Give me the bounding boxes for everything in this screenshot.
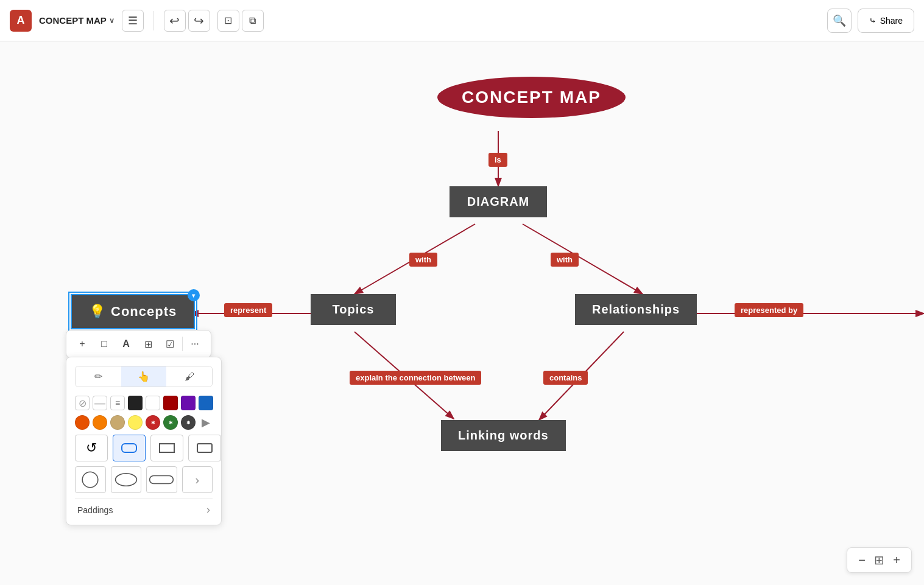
color-lines[interactable]: ≡ bbox=[110, 396, 125, 410]
search-icon: 🔍 bbox=[833, 14, 846, 27]
edge-label-with2: with bbox=[551, 253, 579, 267]
oval-more-button[interactable]: › bbox=[182, 466, 213, 493]
menu-button[interactable]: ☰ bbox=[122, 10, 144, 32]
check-button[interactable]: ☑ bbox=[160, 334, 180, 354]
concepts-node[interactable]: 💡 Concepts ▾ bbox=[71, 294, 195, 329]
svg-rect-11 bbox=[197, 444, 212, 452]
share-button[interactable]: ⤷ Share bbox=[858, 9, 914, 33]
zoom-fit-icon[interactable]: ⊞ bbox=[874, 553, 884, 567]
color-red2[interactable]: ✱ bbox=[146, 415, 160, 430]
pill-button[interactable] bbox=[146, 466, 177, 493]
color-orange[interactable] bbox=[75, 415, 90, 430]
color-yellow[interactable] bbox=[128, 415, 143, 430]
paddings-row[interactable]: Paddings › bbox=[75, 498, 213, 516]
topics-node[interactable]: Topics bbox=[311, 294, 396, 325]
text-icon: A bbox=[122, 338, 130, 349]
undo-redo-group: ↩ ↪ bbox=[164, 10, 210, 32]
concept-map-node[interactable]: CONCEPT MAP bbox=[437, 77, 626, 118]
toolbar-right: 🔍 ⤷ Share bbox=[827, 9, 914, 33]
shape-icon: □ bbox=[101, 338, 107, 349]
concepts-icon: 💡 bbox=[89, 304, 106, 320]
color-dark-gray[interactable]: ✱ bbox=[181, 415, 196, 430]
zoom-out-button[interactable]: − bbox=[852, 550, 872, 570]
oval-button[interactable] bbox=[111, 466, 142, 493]
color-tan[interactable] bbox=[110, 415, 125, 430]
format-tab-edit[interactable]: ✏ bbox=[76, 366, 121, 387]
rounded-rect-button[interactable] bbox=[113, 435, 146, 461]
svg-rect-14 bbox=[150, 476, 174, 484]
edge-label-represented-by: represented by bbox=[735, 303, 803, 317]
zoom-in-button[interactable]: + bbox=[887, 550, 906, 570]
color-dark-red[interactable] bbox=[163, 396, 178, 410]
edge-label-represent: represent bbox=[224, 303, 272, 317]
format-tabs: ✏ 👆 🖌 bbox=[75, 366, 213, 387]
svg-rect-10 bbox=[160, 444, 174, 452]
share-icon: ⤷ bbox=[869, 16, 876, 26]
format-tab-style[interactable]: 👆 bbox=[121, 366, 167, 387]
color-dark-blue[interactable] bbox=[199, 396, 213, 410]
svg-rect-9 bbox=[122, 444, 136, 452]
wrap-duplicate-group: ⊡ ⧉ bbox=[217, 10, 264, 32]
svg-point-13 bbox=[115, 474, 136, 486]
shape-grid: ↺ bbox=[75, 435, 213, 461]
format-tab-paint[interactable]: 🖌 bbox=[166, 366, 212, 387]
undo-button[interactable]: ↩ bbox=[164, 10, 186, 32]
node-toolbar: + □ A ⊞ ☑ ··· bbox=[66, 330, 211, 358]
table-button[interactable]: ⊞ bbox=[138, 334, 158, 354]
soft-rect-button[interactable] bbox=[188, 435, 221, 461]
document-title[interactable]: CONCEPT MAP ∨ bbox=[39, 15, 115, 26]
app-logo[interactable]: A bbox=[10, 10, 32, 32]
color-grid-2: ✱ ✱ ✱ ▶ bbox=[75, 415, 213, 430]
oval-grid: › bbox=[75, 466, 213, 493]
color-amber[interactable] bbox=[93, 415, 107, 430]
color-more-arrow[interactable]: ▶ bbox=[199, 415, 213, 430]
toolbar-divider bbox=[153, 11, 154, 30]
color-strikethrough[interactable]: — bbox=[93, 396, 107, 410]
touch-icon: 👆 bbox=[138, 371, 150, 382]
diagram-node[interactable]: DIAGRAM bbox=[450, 186, 547, 217]
edge-label-contains: contains bbox=[543, 371, 588, 385]
edge-label-is: is bbox=[488, 153, 507, 167]
wrap-button[interactable]: ⊡ bbox=[217, 10, 239, 32]
relationships-node[interactable]: Relationships bbox=[575, 294, 697, 325]
check-icon: ☑ bbox=[166, 338, 174, 350]
color-black[interactable] bbox=[128, 396, 143, 410]
add-node-button[interactable]: + bbox=[72, 334, 92, 354]
canvas[interactable]: CONCEPT MAP is DIAGRAM with with Topics … bbox=[0, 41, 924, 585]
color-dark-purple[interactable] bbox=[181, 396, 196, 410]
color-green[interactable]: ✱ bbox=[163, 415, 178, 430]
circle-button[interactable] bbox=[75, 466, 106, 493]
format-panel: ✏ 👆 🖌 ⊘ — ≡ ✱ bbox=[66, 357, 222, 525]
color-transparent[interactable]: ⊘ bbox=[75, 396, 90, 410]
rotate-button[interactable]: ↺ bbox=[75, 435, 108, 461]
menu-icon: ☰ bbox=[128, 14, 138, 27]
toolbar-divider bbox=[182, 337, 183, 351]
plain-rect-button[interactable] bbox=[150, 435, 183, 461]
edge-label-explain: explain the connection between bbox=[350, 371, 481, 385]
search-button[interactable]: 🔍 bbox=[827, 9, 852, 33]
edit-icon: ✏ bbox=[94, 371, 102, 382]
svg-point-12 bbox=[82, 472, 98, 488]
duplicate-icon: ⧉ bbox=[249, 15, 256, 26]
edge-label-with1: with bbox=[409, 253, 437, 267]
zoom-controls: − ⊞ + bbox=[847, 547, 912, 573]
shape-button[interactable]: □ bbox=[94, 334, 114, 354]
more-icon: ··· bbox=[191, 338, 199, 349]
title-chevron-icon: ∨ bbox=[109, 16, 115, 25]
text-button[interactable]: A bbox=[116, 334, 136, 354]
duplicate-button[interactable]: ⧉ bbox=[242, 10, 264, 32]
color-white[interactable] bbox=[146, 396, 160, 410]
linking-words-node[interactable]: Linking words bbox=[441, 420, 566, 451]
redo-icon: ↪ bbox=[194, 13, 204, 28]
svg-line-3 bbox=[523, 224, 643, 294]
wrap-icon: ⊡ bbox=[224, 15, 232, 26]
undo-icon: ↩ bbox=[169, 13, 180, 28]
color-grid: ⊘ — ≡ bbox=[75, 396, 213, 410]
more-button[interactable]: ··· bbox=[185, 334, 205, 354]
toolbar: A CONCEPT MAP ∨ ☰ ↩ ↪ ⊡ ⧉ 🔍 ⤷ Share bbox=[0, 0, 924, 41]
redo-button[interactable]: ↪ bbox=[188, 10, 210, 32]
table-icon: ⊞ bbox=[144, 338, 152, 350]
paint-icon: 🖌 bbox=[185, 371, 194, 382]
